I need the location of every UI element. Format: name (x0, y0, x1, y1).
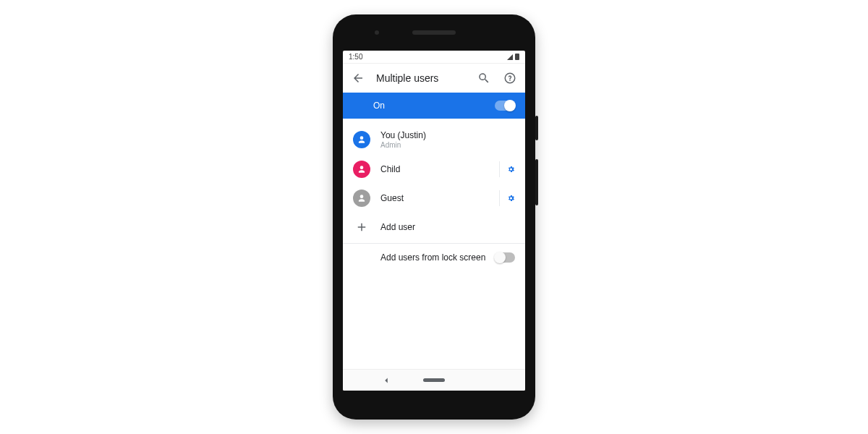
add-user-row[interactable]: Add user (343, 213, 525, 242)
user-name: You (Justin) (380, 130, 515, 140)
gear-icon[interactable] (499, 161, 515, 177)
divider (343, 243, 525, 244)
user-row[interactable]: Child (343, 155, 525, 184)
add-user-label-wrap: Add user (380, 222, 515, 232)
help-icon[interactable] (502, 70, 518, 86)
add-user-label: Add user (380, 222, 515, 232)
avatar-icon (353, 190, 370, 207)
user-labels: You (Justin) Admin (380, 130, 515, 149)
svg-point-2 (360, 195, 364, 198)
app-bar: Multiple users (343, 64, 525, 93)
side-button (535, 116, 538, 140)
svg-point-0 (360, 136, 364, 140)
feature-toggle-banner[interactable]: On (343, 93, 525, 119)
back-icon[interactable] (350, 70, 366, 86)
user-row[interactable]: Guest (343, 184, 525, 213)
user-name: Guest (380, 193, 489, 203)
svg-point-1 (360, 166, 364, 169)
user-labels: Child (380, 164, 489, 174)
lock-screen-label: Add users from lock screen (380, 252, 495, 263)
avatar-icon (353, 161, 370, 178)
nav-home-icon[interactable] (423, 378, 445, 382)
content: You (Justin) Admin Child (343, 119, 525, 369)
signal-icon (507, 54, 513, 60)
screen: 1:50 Multiple users On (343, 51, 525, 391)
avatar-icon (353, 131, 370, 148)
feature-toggle[interactable] (495, 101, 515, 111)
user-labels: Guest (380, 193, 489, 203)
nav-back-icon[interactable] (381, 375, 391, 386)
page-title: Multiple users (376, 72, 466, 84)
plus-icon (353, 218, 370, 236)
user-name: Child (380, 164, 489, 174)
side-button (535, 159, 538, 205)
lock-screen-toggle[interactable] (495, 252, 515, 263)
user-row[interactable]: You (Justin) Admin (343, 124, 525, 155)
phone-frame: 1:50 Multiple users On (333, 14, 535, 420)
nav-bar (343, 369, 525, 391)
status-time: 1:50 (349, 53, 362, 61)
battery-icon (515, 54, 519, 60)
search-icon[interactable] (476, 70, 492, 86)
lock-screen-setting-row[interactable]: Add users from lock screen (343, 245, 525, 270)
user-sub: Admin (380, 141, 515, 149)
gear-icon[interactable] (499, 190, 515, 206)
status-bar: 1:50 (343, 51, 525, 64)
status-icons (507, 54, 519, 60)
banner-label: On (353, 101, 495, 111)
